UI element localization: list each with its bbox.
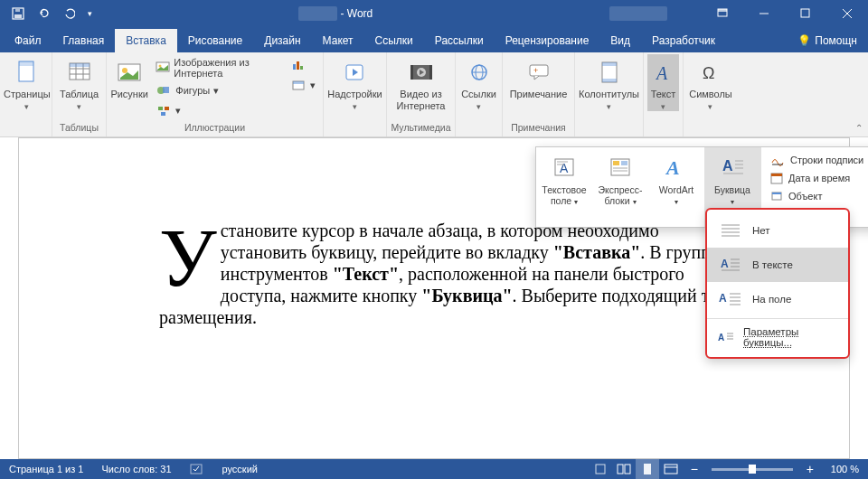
print-layout-button[interactable]	[636, 459, 659, 479]
tab-draw[interactable]: Рисование	[177, 29, 253, 52]
close-button[interactable]	[826, 0, 868, 27]
datetime-button[interactable]: Дата и время	[761, 169, 868, 187]
svg-text:A: A	[722, 158, 733, 174]
collapse-ribbon-button[interactable]: ⌃	[855, 123, 863, 133]
dropcap-letter: У	[159, 220, 221, 290]
quickparts-button[interactable]: Экспресс-блоки ▾	[592, 147, 648, 227]
tab-developer[interactable]: Разработчик	[641, 29, 726, 52]
pages-button[interactable]: Страницы▾	[4, 54, 51, 111]
tab-home[interactable]: Главная	[52, 29, 116, 52]
symbols-button[interactable]: Ω Символы▾	[687, 54, 734, 111]
svg-rect-52	[621, 161, 627, 165]
wordart-icon: A	[660, 151, 693, 183]
minimize-button[interactable]	[743, 0, 785, 27]
screenshot-button[interactable]: ▾	[287, 76, 319, 94]
svg-rect-51	[613, 161, 619, 165]
svg-rect-39	[530, 65, 548, 76]
zoom-in-button[interactable]: +	[798, 459, 822, 479]
save-button[interactable]	[7, 3, 29, 24]
smartart-button[interactable]: ▾	[152, 101, 278, 119]
dropcap-options[interactable]: A Параметры буквицы...	[707, 321, 848, 353]
header-footer-button[interactable]: Колонтитулы▾	[579, 54, 639, 111]
window-title: - Word	[96, 7, 575, 20]
word-count[interactable]: Число слов: 31	[92, 464, 180, 474]
online-video-button[interactable]: Видео из Интернета	[391, 54, 451, 111]
svg-rect-16	[70, 63, 90, 67]
svg-rect-28	[300, 66, 303, 70]
tab-layout[interactable]: Макет	[312, 29, 364, 52]
tab-mailings[interactable]: Рассылки	[424, 29, 495, 52]
screenshot-icon	[290, 77, 307, 93]
lightbulb-icon: 💡	[797, 34, 811, 47]
signature-icon	[770, 154, 785, 166]
undo-button[interactable]	[33, 3, 54, 24]
page-status[interactable]: Страница 1 из 1	[0, 464, 92, 474]
tab-design[interactable]: Дизайн	[253, 29, 311, 52]
web-layout-button[interactable]	[659, 459, 683, 479]
svg-rect-30	[293, 81, 304, 84]
svg-rect-23	[158, 107, 163, 110]
language-status[interactable]: русский	[213, 464, 267, 474]
svg-rect-87	[625, 465, 630, 474]
tab-review[interactable]: Рецензирование	[495, 29, 600, 52]
svg-rect-35	[429, 65, 432, 80]
zoom-out-button[interactable]: −	[683, 459, 706, 479]
links-button[interactable]: Ссылки▾	[459, 54, 498, 111]
quick-access-toolbar: ▾	[0, 3, 96, 24]
svg-rect-2	[15, 9, 20, 12]
header-footer-icon	[595, 58, 624, 87]
tab-insert[interactable]: Вставка	[115, 29, 177, 52]
tab-view[interactable]: Вид	[599, 29, 641, 52]
textbox-button[interactable]: A Текстовое поле ▾	[536, 147, 592, 227]
svg-text:A: A	[560, 161, 569, 175]
ribbon-options-button[interactable]	[702, 0, 743, 27]
zoom-slider[interactable]	[712, 468, 793, 471]
spellcheck-button[interactable]	[181, 463, 213, 475]
dropcap-in-margin[interactable]: A На поле	[707, 282, 848, 316]
tab-references[interactable]: Ссылки	[364, 29, 424, 52]
statusbar: Страница 1 из 1 Число слов: 31 русский −…	[0, 459, 868, 479]
wordart-button[interactable]: A WordArt▾	[648, 147, 704, 227]
pictures-button[interactable]: Рисунки	[110, 54, 148, 100]
svg-rect-6	[801, 9, 809, 17]
svg-rect-4	[718, 9, 727, 12]
signature-line-button[interactable]: Строки подписи ▾	[761, 151, 868, 169]
dropcap-intext-icon: A	[718, 255, 743, 275]
online-pictures-icon	[156, 60, 170, 76]
qat-customize-button[interactable]: ▾	[83, 3, 96, 24]
svg-rect-43	[602, 79, 617, 82]
redo-button[interactable]	[58, 3, 80, 24]
quickparts-icon	[604, 151, 637, 183]
read-mode-button[interactable]	[612, 459, 636, 479]
zoom-level[interactable]: 100 %	[822, 464, 868, 474]
maximize-button[interactable]	[785, 0, 826, 27]
svg-rect-24	[165, 107, 169, 110]
tell-me-input[interactable]: 💡 Помощн	[787, 29, 868, 52]
chart-icon	[290, 57, 307, 73]
track-changes-icon[interactable]	[589, 459, 612, 479]
omega-icon: Ω	[696, 58, 725, 87]
dropcap-in-text[interactable]: A В тексте	[707, 248, 848, 282]
page-icon	[13, 58, 42, 87]
table-button[interactable]: Таблица▾	[56, 54, 102, 111]
addins-icon	[341, 58, 370, 87]
object-button[interactable]: Объект ▾	[761, 187, 868, 205]
chart-button[interactable]	[287, 56, 319, 74]
dropcap-none[interactable]: Нет	[707, 213, 848, 248]
ribbon-tabs: Файл Главная Вставка Рисование Дизайн Ма…	[0, 27, 868, 52]
svg-text:A: A	[721, 258, 729, 270]
svg-rect-89	[665, 465, 677, 474]
shapes-button[interactable]: Фигуры ▾	[152, 81, 278, 99]
tab-file[interactable]: Файл	[4, 29, 52, 52]
svg-rect-42	[602, 62, 617, 66]
video-icon	[407, 58, 436, 87]
online-pictures-button[interactable]: Изображения из Интернета	[152, 56, 278, 80]
addins-button[interactable]: Надстройки▾	[327, 54, 382, 111]
link-icon	[465, 58, 494, 87]
paragraph: Установите курсор в начале абзаца, в кот…	[159, 220, 731, 328]
smartart-icon	[156, 102, 172, 118]
svg-rect-65	[772, 193, 781, 194]
svg-rect-34	[410, 65, 413, 80]
comment-button[interactable]: + Примечание	[506, 54, 571, 100]
text-group-button[interactable]: A Текст▾	[647, 54, 679, 111]
